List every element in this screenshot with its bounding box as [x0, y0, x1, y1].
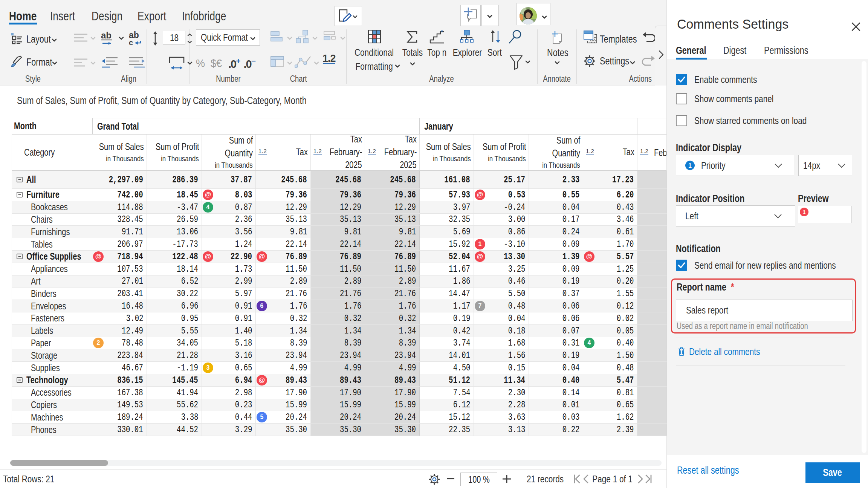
svg-text:c: c	[129, 38, 133, 47]
svg-text:1.2: 1.2	[313, 148, 322, 154]
svg-text:1.2: 1.2	[322, 53, 336, 64]
svg-text:1.2: 1.2	[586, 148, 594, 154]
svg-text:1.2: 1.2	[640, 148, 648, 154]
svg-text:1.2: 1.2	[368, 148, 376, 154]
svg-text:1.2: 1.2	[258, 148, 267, 154]
svg-text:ab: ab	[101, 31, 112, 40]
